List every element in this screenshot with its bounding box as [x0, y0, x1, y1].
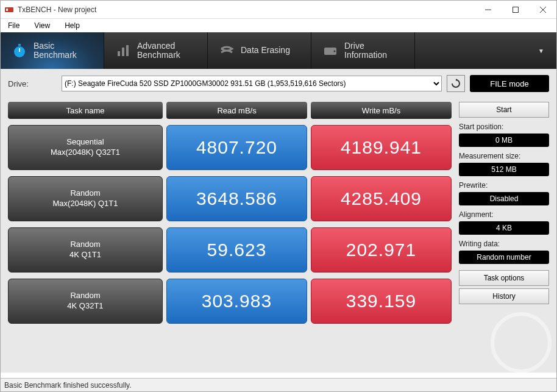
close-icon — [540, 7, 546, 13]
write-value-cell: 339.159 — [311, 279, 452, 324]
tab-basic-benchmark[interactable]: Basic Benchmark — [1, 32, 104, 69]
close-button[interactable] — [529, 1, 556, 18]
measurement-size-value[interactable]: 512 MB — [459, 163, 549, 176]
header-read: Read mB/s — [166, 102, 307, 119]
prewrite-label: Prewrite: — [459, 181, 549, 190]
svg-rect-3 — [513, 7, 518, 12]
erase-icon — [219, 43, 235, 59]
svg-rect-11 — [126, 45, 129, 56]
svg-rect-7 — [18, 44, 21, 46]
tab-label: Drive Information — [344, 41, 387, 60]
refresh-button[interactable] — [447, 75, 465, 92]
task-name-cell: Random 4K Q32T1 — [8, 279, 163, 324]
minimize-icon — [485, 7, 491, 13]
task-name-cell: Random Max(2048K) Q1T1 — [8, 176, 163, 221]
refresh-icon — [451, 79, 461, 88]
results-panel: Task name Read mB/s Write mB/s Sequentia… — [8, 102, 452, 369]
column-headers: Task name Read mB/s Write mB/s — [8, 102, 452, 119]
menu-view[interactable]: View — [30, 20, 54, 31]
read-value-cell: 4807.720 — [166, 125, 307, 170]
drive-icon — [322, 43, 338, 59]
stopwatch-icon — [12, 43, 27, 59]
title-bar: TxBENCH - New project — [1, 1, 556, 19]
bars-icon — [115, 43, 131, 59]
maximize-icon — [513, 7, 519, 13]
prewrite-value[interactable]: Disabled — [459, 192, 549, 205]
result-row: Random 4K Q32T1 303.983 339.159 — [8, 279, 452, 324]
svg-point-13 — [334, 51, 336, 52]
tab-data-erasing[interactable]: Data Erasing — [208, 32, 311, 69]
history-button[interactable]: History — [459, 288, 549, 304]
start-position-label: Start position: — [459, 123, 549, 131]
write-value-cell: 4285.409 — [311, 176, 452, 221]
read-value-cell: 59.623 — [166, 227, 307, 273]
file-mode-button[interactable]: FILE mode — [470, 75, 549, 92]
drive-row: Drive: (F:) Seagate FireCuda 520 SSD ZP1… — [1, 69, 556, 98]
tab-advanced-benchmark[interactable]: Advanced Benchmark — [104, 32, 208, 69]
drive-select[interactable]: (F:) Seagate FireCuda 520 SSD ZP1000GM30… — [62, 76, 442, 91]
task-name-cell: Sequential Max(2048K) Q32T1 — [8, 125, 163, 170]
writing-data-label: Writing data: — [459, 240, 549, 248]
tab-label: Basic Benchmark — [34, 41, 77, 60]
read-value-cell: 3648.586 — [166, 176, 307, 221]
header-task: Task name — [8, 102, 163, 119]
task-name-cell: Random 4K Q1T1 — [8, 227, 163, 273]
tab-strip: Basic Benchmark Advanced Benchmark Data … — [1, 32, 556, 69]
side-panel: Start Start position: 0 MB Measurement s… — [459, 102, 549, 369]
drive-label: Drive: — [8, 79, 57, 88]
header-write: Write mB/s — [311, 102, 452, 119]
result-row: Random Max(2048K) Q1T1 3648.586 4285.409 — [8, 176, 452, 221]
status-text: Basic Benchmark finished successfully. — [4, 381, 132, 390]
result-row: Sequential Max(2048K) Q32T1 4807.720 418… — [8, 125, 452, 170]
start-button[interactable]: Start — [459, 102, 549, 118]
task-options-button[interactable]: Task options — [459, 270, 549, 286]
minimize-button[interactable] — [474, 1, 502, 18]
window-title: TxBENCH - New project — [18, 5, 474, 14]
write-value-cell: 202.971 — [311, 227, 452, 273]
alignment-value[interactable]: 4 KB — [459, 221, 549, 235]
content-area: Task name Read mB/s Write mB/s Sequentia… — [1, 98, 556, 372]
maximize-button[interactable] — [502, 1, 529, 18]
svg-rect-1 — [6, 9, 8, 11]
result-row: Random 4K Q1T1 59.623 202.971 — [8, 227, 452, 273]
writing-data-value[interactable]: Random number — [459, 251, 549, 264]
status-bar: Basic Benchmark finished successfully. — [1, 378, 556, 391]
chevron-down-icon[interactable]: ▼ — [538, 48, 544, 54]
read-value-cell: 303.983 — [166, 279, 307, 324]
menu-bar: File View Help — [1, 19, 556, 32]
alignment-label: Alignment: — [459, 210, 549, 219]
tab-drive-information[interactable]: Drive Information — [311, 32, 415, 69]
svg-rect-10 — [122, 48, 124, 56]
menu-file[interactable]: File — [4, 20, 23, 31]
menu-help[interactable]: Help — [61, 20, 83, 31]
svg-rect-9 — [118, 51, 120, 56]
app-icon — [4, 5, 14, 15]
tab-label: Advanced Benchmark — [137, 41, 180, 60]
measurement-size-label: Measurement size: — [459, 152, 549, 160]
write-value-cell: 4189.941 — [311, 125, 452, 170]
start-position-value[interactable]: 0 MB — [459, 134, 549, 147]
tab-label: Data Erasing — [241, 46, 290, 55]
